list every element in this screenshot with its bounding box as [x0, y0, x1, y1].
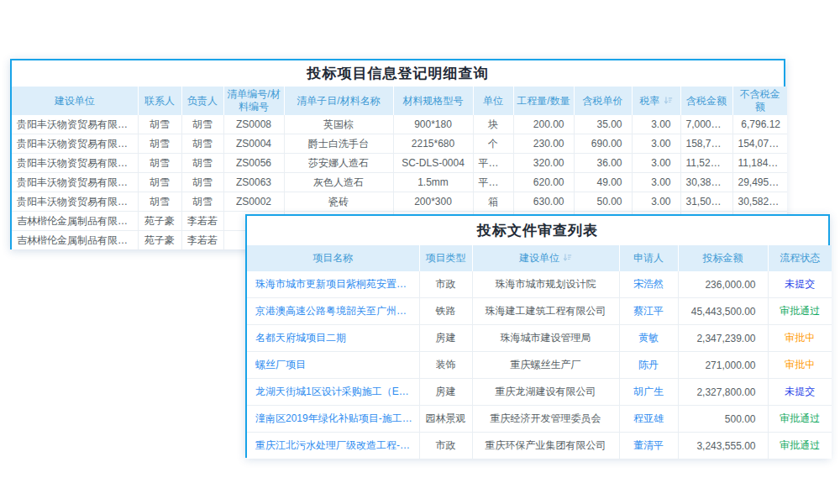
- column-header-label: 清单子目/材料名称: [297, 95, 380, 107]
- table-row: 贵阳丰沃物资贸易有限公司胡雪胡雪ZS0004爵士白洗手台2215*680个230…: [12, 134, 787, 154]
- cell-quantity: 230.00: [513, 134, 574, 154]
- cell-bid-amount: 45,443,500.00: [678, 298, 768, 325]
- applicant-link[interactable]: 黄敏: [619, 325, 678, 352]
- cell-notax-amount: 11,184.47: [732, 154, 787, 173]
- cell-project-type: 铁路: [419, 298, 472, 325]
- column-header-org[interactable]: 建设单位: [472, 245, 619, 271]
- cell-notax-amount: 29,495.15: [732, 173, 787, 192]
- cell-spec: 2215*680: [393, 134, 473, 154]
- column-header-label: 含税单价: [583, 95, 623, 107]
- cell-unit: 箱: [473, 192, 513, 212]
- cell-project-type: 园林景观: [419, 406, 472, 433]
- column-header-label: 项目名称: [312, 252, 353, 264]
- table-row: 贵阳丰沃物资贸易有限公司胡雪胡雪ZS0008英国棕900*180块200.003…: [12, 115, 787, 134]
- column-header-label: 联系人: [144, 95, 175, 107]
- table-row: 螺丝厂项目装饰重庆螺丝生产厂陈丹271,000.00审批中: [247, 352, 832, 379]
- table-row: 潼南区2019年绿化补贴项目-施工2标段园林景观重庆经济开发管理委员会程亚雄50…: [247, 406, 832, 433]
- cell-org: 珠海城市建设管理局: [472, 325, 619, 352]
- applicant-link[interactable]: 宋浩然: [619, 271, 678, 298]
- cell-quantity: 200.00: [513, 115, 574, 134]
- cell-project-type: 房建: [419, 325, 472, 352]
- cell-contact: 胡雪: [138, 173, 181, 192]
- cell-item-name: 瓷砖: [284, 192, 393, 212]
- cell-spec: 200*300: [393, 192, 473, 212]
- cell-list-code: ZS0008: [223, 115, 284, 134]
- cell-org: 贵阳丰沃物资贸易有限公司: [12, 192, 138, 212]
- cell-manager: 胡雪: [181, 134, 223, 154]
- column-header-tax-rate[interactable]: 税率: [632, 87, 680, 115]
- project-name-link[interactable]: 名都天府城项目二期: [247, 325, 419, 352]
- cell-manager: 胡雪: [181, 192, 223, 212]
- cell-notax-amount: 154,077....: [732, 134, 787, 154]
- cell-unit: 个: [473, 134, 513, 154]
- project-name-link[interactable]: 珠海市城市更新项目紫桐苑安置点设计...: [247, 271, 419, 298]
- cell-org: 重庆螺丝生产厂: [472, 352, 619, 379]
- cell-contact: 苑子豪: [138, 231, 181, 250]
- cell-unit-price: 35.00: [574, 115, 632, 134]
- cell-project-type: 市政: [419, 433, 472, 459]
- cell-contact: 胡雪: [138, 134, 181, 154]
- review-table-header-row: 项目名称项目类型建设单位申请人投标金额流程状态: [247, 245, 832, 271]
- column-header-applicant: 申请人: [619, 245, 678, 271]
- detail-table-header-row: 建设单位联系人负责人清单编号/材料编号清单子目/材料名称材料规格型号单位工程量/…: [12, 87, 787, 115]
- review-list-panel-title: 投标文件审查列表: [247, 216, 828, 245]
- cell-bid-amount: 3,243,555.00: [678, 433, 768, 459]
- cell-unit: 平方米: [473, 154, 513, 173]
- column-header-notax-amount: 不含税金额: [732, 87, 787, 115]
- project-name-link[interactable]: 螺丝厂项目: [247, 352, 419, 379]
- project-name-link[interactable]: 京港澳高速公路粤境韶关至广州互通路...: [247, 298, 419, 325]
- cell-spec: SC-DLS-0004: [393, 154, 473, 173]
- cell-spec: 1.5mm: [393, 173, 473, 192]
- cell-bid-amount: 271,000.00: [678, 352, 768, 379]
- cell-spec: 900*180: [393, 115, 473, 134]
- column-header-manager: 负责人: [181, 87, 223, 115]
- column-header-label: 含税金额: [686, 95, 727, 107]
- column-header-label: 税率: [640, 95, 660, 107]
- cell-contact: 苑子豪: [138, 212, 181, 231]
- column-header-label: 负责人: [187, 95, 218, 107]
- column-header-bid-amount: 投标金额: [678, 245, 768, 271]
- cell-project-type: 装饰: [419, 352, 472, 379]
- sort-icon: [664, 96, 673, 105]
- cell-list-code: ZS0063: [223, 173, 284, 192]
- sort-icon: [563, 253, 572, 262]
- cell-contact: 胡雪: [138, 115, 181, 134]
- project-name-link[interactable]: 龙湖天街城1区设计采购施工（EPC）...: [247, 379, 419, 406]
- cell-manager: 胡雪: [181, 173, 223, 192]
- table-row: 龙湖天街城1区设计采购施工（EPC）...房建重庆龙湖建设有限公司胡广生2,32…: [247, 379, 832, 406]
- review-list-panel: 投标文件审查列表 项目名称项目类型建设单位申请人投标金额流程状态 珠海市城市更新…: [245, 214, 830, 458]
- status-text: 审批通过: [768, 298, 832, 325]
- app-canvas: { "detail_panel": { "title": "投标项目信息登记明细…: [0, 0, 840, 504]
- column-header-label: 单位: [483, 95, 503, 107]
- project-name-link[interactable]: 潼南区2019年绿化补贴项目-施工2标段: [247, 406, 419, 433]
- cell-tax-rate: 3.00: [632, 134, 680, 154]
- applicant-link[interactable]: 蔡江平: [619, 298, 678, 325]
- applicant-link[interactable]: 陈丹: [619, 352, 678, 379]
- applicant-link[interactable]: 胡广生: [619, 379, 678, 406]
- cell-item-name: 灰色人造石: [284, 173, 393, 192]
- column-header-status: 流程状态: [768, 245, 832, 271]
- table-row: 京港澳高速公路粤境韶关至广州互通路...铁路珠海建工建筑工程有限公司蔡江平45,…: [247, 298, 832, 325]
- cell-unit-price: 690.00: [574, 134, 632, 154]
- cell-notax-amount: 30,582.52: [732, 192, 787, 212]
- cell-tax-rate: 3.00: [632, 154, 680, 173]
- column-header-label: 建设单位: [519, 252, 559, 264]
- cell-quantity: 620.00: [513, 173, 574, 192]
- cell-notax-amount: 6,796.12: [732, 115, 787, 134]
- column-header-org: 建设单位: [12, 87, 138, 115]
- cell-org: 贵阳丰沃物资贸易有限公司: [12, 134, 138, 154]
- table-row: 珠海市城市更新项目紫桐苑安置点设计...市政珠海市城市规划设计院宋浩然236,0…: [247, 271, 832, 298]
- table-row: 贵阳丰沃物资贸易有限公司胡雪胡雪ZS0063灰色人造石1.5mm平方米620.0…: [12, 173, 787, 192]
- column-header-tax-amount: 含税金额: [680, 87, 732, 115]
- project-name-link[interactable]: 重庆江北污水处理厂级改造工程-道路...: [247, 433, 419, 459]
- cell-tax-amount: 7,000.00: [680, 115, 732, 134]
- cell-list-code: ZS0004: [223, 134, 284, 154]
- bid-detail-panel-title: 投标项目信息登记明细查询: [12, 60, 784, 87]
- column-header-label: 建设单位: [55, 95, 95, 107]
- cell-item-name: 英国棕: [284, 115, 393, 134]
- column-header-label: 材料规格型号: [403, 95, 464, 107]
- cell-org: 重庆经济开发管理委员会: [472, 406, 619, 433]
- applicant-link[interactable]: 董清平: [619, 433, 678, 459]
- applicant-link[interactable]: 程亚雄: [619, 406, 678, 433]
- cell-bid-amount: 2,327,800.00: [678, 379, 768, 406]
